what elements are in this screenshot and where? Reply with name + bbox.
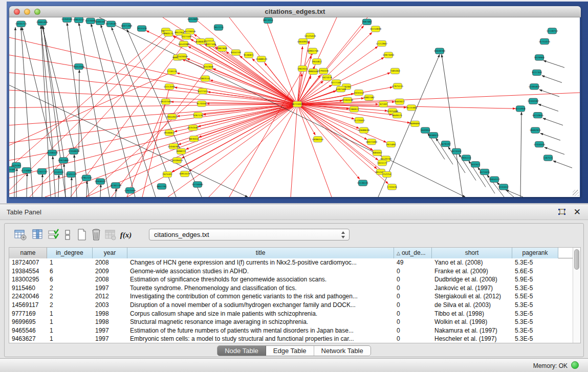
window-titlebar[interactable]: citations_edges.txt (9, 6, 581, 17)
table-row[interactable]: 1456911722003Disruption of a novel membe… (9, 301, 573, 310)
paper-node-teal[interactable]: 2687682 (362, 19, 372, 25)
paper-node-yellow[interactable]: 6497568 (336, 86, 346, 92)
delete-table-icon[interactable] (89, 227, 104, 243)
paper-node-yellow[interactable]: 16353593 (187, 125, 199, 130)
paper-node-teal[interactable]: 9857791 (157, 184, 167, 189)
paper-node-yellow[interactable]: 252254 (383, 171, 391, 177)
paper-node-yellow[interactable]: 15688520 (256, 56, 268, 62)
paper-node-yellow[interactable]: 16914479 (179, 171, 191, 177)
paper-node-teal[interactable]: 15276097 (85, 18, 97, 24)
new-table-icon[interactable] (74, 227, 90, 243)
paper-node-teal[interactable]: 8471626 (480, 169, 490, 174)
table-row[interactable]: 946554611997Estimation of the future num… (9, 326, 573, 335)
paper-node-yellow[interactable]: 19384554 (312, 137, 324, 142)
rows-icon[interactable] (60, 227, 75, 243)
paper-node-teal[interactable]: 15751074 (539, 38, 551, 44)
paper-node-teal[interactable]: 10853257 (73, 17, 85, 23)
table-selector-dropdown[interactable]: citations_edges.txt (149, 229, 350, 240)
paper-node-yellow[interactable]: 1962615 (297, 65, 308, 71)
paper-node-yellow[interactable]: 2718126 (167, 69, 177, 74)
paper-node-teal[interactable]: 16210645 (532, 113, 544, 118)
paper-node-yellow[interactable]: 3327509 (181, 34, 191, 39)
network-canvas[interactable]: 1403571420691406153501611085325715276097… (9, 17, 580, 197)
float-panel-icon[interactable] (557, 208, 567, 217)
table-row[interactable]: 969969511998Structural magnetic resonanc… (9, 318, 573, 326)
paper-node-yellow[interactable]: 16154838 (370, 26, 382, 32)
paper-node-teal[interactable]: 19692971 (530, 127, 541, 133)
paper-node-yellow[interactable]: 9990448 (308, 69, 318, 74)
paper-node-yellow[interactable]: 7975692 (386, 141, 396, 147)
column-header-year[interactable]: year (93, 248, 127, 258)
paper-node-teal[interactable]: 20053346 (73, 63, 85, 69)
paper-node-teal[interactable]: 10975887 (58, 158, 70, 163)
table-row[interactable]: 911546021997Tourette syndrome. Phenomeno… (9, 284, 573, 293)
paper-node-yellow[interactable]: 15720407 (354, 117, 365, 123)
column-edit-icon[interactable] (30, 227, 46, 243)
paper-node-yellow[interactable]: 1615172 (377, 160, 387, 166)
column-header-in_degree[interactable]: in_degree (47, 248, 93, 258)
paper-node-yellow[interactable]: 9115460 (406, 105, 417, 111)
paper-node-teal[interactable]: 15350161 (61, 17, 73, 23)
paper-node-teal[interactable]: 6466160 (95, 19, 105, 25)
paper-node-yellow[interactable]: 3684067 (372, 150, 382, 156)
paper-node-teal[interactable]: 8813054 (263, 17, 273, 23)
paper-node-yellow[interactable]: 1024554 (354, 90, 364, 95)
paper-node-teal[interactable]: 1640954 (420, 127, 430, 133)
paper-node-teal[interactable]: 1114519 (53, 169, 63, 174)
paper-node-teal[interactable]: 7815526 (137, 26, 147, 31)
paper-node-yellow[interactable]: 8427552 (198, 88, 208, 94)
paper-node-yellow[interactable]: 3267130 (193, 113, 203, 118)
select-rows-icon[interactable] (46, 227, 61, 243)
canvas-resize-grip[interactable] (573, 190, 579, 196)
paper-node-yellow[interactable]: 7955812 (312, 59, 322, 64)
table-settings-icon[interactable] (13, 227, 28, 243)
citation-network-graph[interactable]: 1403571420691406153501611085325715276097… (9, 17, 580, 197)
paper-node-teal[interactable]: 12505135 (66, 171, 77, 177)
paper-node-yellow[interactable]: 16543382 (178, 41, 190, 47)
paper-node-teal[interactable]: 11118754 (547, 28, 558, 34)
column-header-out_de[interactable]: △out_de... (394, 248, 432, 258)
paper-node-teal[interactable]: 7857224 (213, 25, 224, 30)
paper-node-yellow[interactable]: 2803144 (200, 76, 210, 81)
paper-node-teal[interactable]: 20691406 (36, 19, 48, 25)
paper-node-yellow[interactable]: 9463627 (395, 99, 405, 104)
tab-edge-table[interactable]: Edge Table (266, 346, 314, 356)
table-vertical-scrollbar[interactable] (573, 248, 580, 343)
paper-node-yellow[interactable]: 1733426 (387, 184, 397, 190)
paper-node-teal[interactable]: 10958107 (95, 179, 106, 184)
scrollbar-thumb[interactable] (574, 249, 579, 270)
paper-node-yellow[interactable]: 12975115 (392, 83, 404, 89)
paper-node-yellow[interactable]: 16640910 (297, 38, 309, 44)
paper-node-teal[interactable]: 12923468 (124, 188, 136, 193)
paper-node-yellow[interactable]: 10973493 (383, 52, 395, 58)
paper-node-yellow[interactable]: 9649575 (392, 113, 402, 118)
paper-node-yellow[interactable]: 7625402 (162, 171, 172, 177)
hub-node[interactable]: 18724007 (292, 101, 303, 107)
paper-node-teal[interactable]: 16671368 (121, 23, 133, 29)
table-row[interactable]: 1872400712008Changes of HCN gene express… (9, 258, 573, 267)
paper-node-teal[interactable]: 10654112 (489, 177, 500, 182)
column-header-pagerank[interactable]: pagerank (512, 248, 558, 258)
paper-node-teal[interactable]: 10719185 (105, 21, 117, 27)
paper-node-teal[interactable]: 8938923 (428, 133, 439, 138)
table-row[interactable]: 1830029562008Estimation of significance … (9, 275, 573, 284)
paper-node-yellow[interactable]: 8878334 (189, 136, 199, 142)
paper-node-yellow[interactable]: 10807487 (363, 95, 375, 100)
paper-node-yellow[interactable]: 13125419 (304, 33, 316, 39)
paper-node-yellow[interactable]: 8454749 (231, 50, 241, 55)
paper-node-yellow[interactable]: 19166822 (164, 130, 176, 136)
tab-network-table[interactable]: Network Table (314, 346, 371, 356)
import-table-icon[interactable] (103, 227, 118, 243)
paper-node-yellow[interactable]: 14039403 (171, 158, 183, 163)
function-builder-icon[interactable]: f(x) (118, 227, 134, 243)
paper-node-teal[interactable]: 16782759 (110, 183, 122, 188)
paper-node-yellow[interactable]: 62160 (379, 101, 388, 107)
paper-node-teal[interactable]: 12342737 (36, 168, 48, 174)
paper-node-teal[interactable]: 12095837 (529, 84, 540, 90)
paper-node-yellow[interactable]: 9699695 (410, 121, 420, 126)
paper-node-teal[interactable]: 9227340 (532, 70, 542, 75)
paper-node-yellow[interactable]: 9146821 (244, 52, 254, 58)
paper-node-yellow[interactable]: 9327508 (206, 41, 216, 47)
paper-node-yellow[interactable]: 18107564 (160, 99, 172, 104)
close-panel-icon[interactable]: ✕ (574, 207, 581, 217)
